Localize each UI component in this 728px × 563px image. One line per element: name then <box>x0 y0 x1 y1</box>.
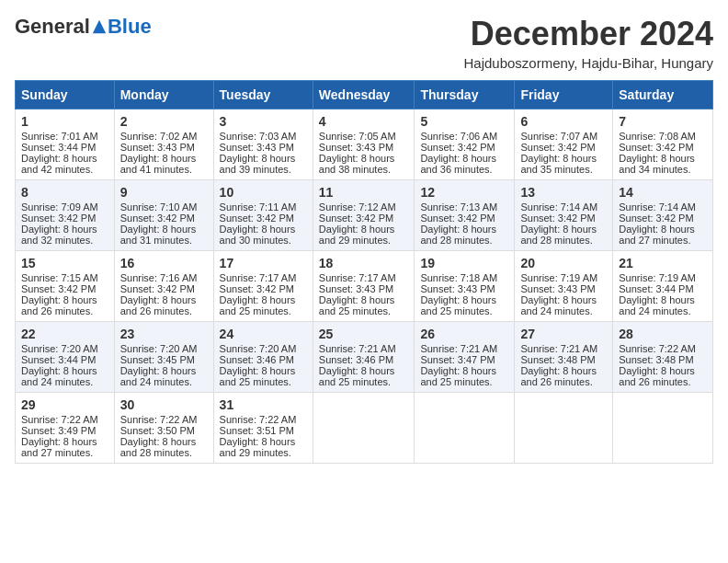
sunrise-text: Sunrise: 7:22 AM <box>120 414 198 425</box>
sunrise-text: Sunrise: 7:12 AM <box>319 201 396 213</box>
header-sunday: Sunday <box>16 81 115 109</box>
sunset-text: Sunset: 3:49 PM <box>21 425 96 436</box>
day-number: 1 <box>21 114 108 129</box>
day-number: 7 <box>619 114 707 129</box>
sunset-text: Sunset: 3:42 PM <box>120 283 195 294</box>
sunset-text: Sunset: 3:43 PM <box>120 142 195 153</box>
sunrise-text: Sunrise: 7:17 AM <box>220 272 297 283</box>
location-subtitle: Hajduboszormeny, Hajdu-Bihar, Hungary <box>463 55 713 71</box>
sunrise-text: Sunrise: 7:11 AM <box>220 201 297 213</box>
calendar-cell: 7Sunrise: 7:08 AMSunset: 3:42 PMDaylight… <box>613 109 713 180</box>
daylight-text: Daylight: 8 hours and 39 minutes. <box>220 153 296 175</box>
sunset-text: Sunset: 3:45 PM <box>120 354 195 365</box>
day-number: 3 <box>220 114 307 129</box>
title-block: December 2024 Hajduboszormeny, Hajdu-Bih… <box>463 15 713 71</box>
sunset-text: Sunset: 3:42 PM <box>619 213 693 224</box>
day-number: 4 <box>319 114 409 129</box>
calendar-header-row: SundayMondayTuesdayWednesdayThursdayFrid… <box>16 81 713 109</box>
daylight-text: Daylight: 8 hours and 29 minutes. <box>220 436 296 458</box>
header-tuesday: Tuesday <box>213 81 313 109</box>
sunrise-text: Sunrise: 7:21 AM <box>520 343 597 354</box>
svg-marker-0 <box>93 20 106 33</box>
logo-icon <box>91 18 108 35</box>
calendar-cell: 31Sunrise: 7:22 AMSunset: 3:51 PMDayligh… <box>213 393 313 464</box>
day-number: 30 <box>120 397 208 412</box>
calendar-week-2: 8Sunrise: 7:09 AMSunset: 3:42 PMDaylight… <box>16 180 713 251</box>
daylight-text: Daylight: 8 hours and 28 minutes. <box>420 224 496 246</box>
calendar-cell: 3Sunrise: 7:03 AMSunset: 3:43 PMDaylight… <box>213 109 313 180</box>
daylight-text: Daylight: 8 hours and 24 minutes. <box>21 365 97 387</box>
day-number: 13 <box>520 185 607 200</box>
calendar-cell: 2Sunrise: 7:02 AMSunset: 3:43 PMDaylight… <box>114 109 213 180</box>
sunrise-text: Sunrise: 7:19 AM <box>520 272 597 283</box>
sunrise-text: Sunrise: 7:20 AM <box>120 343 198 354</box>
sunrise-text: Sunrise: 7:18 AM <box>420 272 497 283</box>
sunrise-text: Sunrise: 7:13 AM <box>420 201 497 213</box>
sunrise-text: Sunrise: 7:16 AM <box>120 272 198 283</box>
calendar-cell: 1Sunrise: 7:01 AMSunset: 3:44 PMDaylight… <box>16 109 115 180</box>
calendar-cell: 8Sunrise: 7:09 AMSunset: 3:42 PMDaylight… <box>16 180 115 251</box>
daylight-text: Daylight: 8 hours and 28 minutes. <box>520 224 597 246</box>
daylight-text: Daylight: 8 hours and 36 minutes. <box>420 153 496 175</box>
daylight-text: Daylight: 8 hours and 25 minutes. <box>420 365 496 387</box>
calendar-cell: 25Sunrise: 7:21 AMSunset: 3:46 PMDayligh… <box>313 322 415 393</box>
daylight-text: Daylight: 8 hours and 31 minutes. <box>120 224 197 246</box>
day-number: 27 <box>520 327 607 341</box>
sunset-text: Sunset: 3:47 PM <box>420 354 495 365</box>
logo-blue: Blue <box>108 15 152 39</box>
daylight-text: Daylight: 8 hours and 27 minutes. <box>619 224 695 246</box>
calendar-week-1: 1Sunrise: 7:01 AMSunset: 3:44 PMDaylight… <box>16 109 713 180</box>
sunrise-text: Sunrise: 7:21 AM <box>420 343 497 354</box>
sunrise-text: Sunrise: 7:08 AM <box>619 131 696 142</box>
sunset-text: Sunset: 3:42 PM <box>21 213 96 224</box>
day-number: 29 <box>21 397 108 412</box>
header-thursday: Thursday <box>415 81 515 109</box>
calendar-cell: 28Sunrise: 7:22 AMSunset: 3:48 PMDayligh… <box>613 322 713 393</box>
calendar-cell: 16Sunrise: 7:16 AMSunset: 3:42 PMDayligh… <box>114 251 213 322</box>
calendar-cell: 9Sunrise: 7:10 AMSunset: 3:42 PMDaylight… <box>114 180 213 251</box>
header-wednesday: Wednesday <box>313 81 415 109</box>
sunset-text: Sunset: 3:42 PM <box>520 213 595 224</box>
day-number: 12 <box>420 185 508 200</box>
sunset-text: Sunset: 3:42 PM <box>420 142 495 153</box>
sunrise-text: Sunrise: 7:22 AM <box>220 414 297 425</box>
day-number: 18 <box>319 256 409 270</box>
day-number: 22 <box>21 327 108 341</box>
sunrise-text: Sunrise: 7:20 AM <box>21 343 98 354</box>
day-number: 8 <box>21 185 108 200</box>
sunset-text: Sunset: 3:44 PM <box>21 354 96 365</box>
day-number: 26 <box>420 327 508 341</box>
day-number: 9 <box>120 185 208 200</box>
calendar-cell: 15Sunrise: 7:15 AMSunset: 3:42 PMDayligh… <box>16 251 115 322</box>
daylight-text: Daylight: 8 hours and 27 minutes. <box>21 436 97 458</box>
calendar-cell: 27Sunrise: 7:21 AMSunset: 3:48 PMDayligh… <box>515 322 613 393</box>
daylight-text: Daylight: 8 hours and 30 minutes. <box>220 224 296 246</box>
daylight-text: Daylight: 8 hours and 26 minutes. <box>520 365 597 387</box>
daylight-text: Daylight: 8 hours and 25 minutes. <box>319 294 395 316</box>
day-number: 5 <box>420 114 508 129</box>
sunset-text: Sunset: 3:44 PM <box>21 142 96 153</box>
sunrise-text: Sunrise: 7:02 AM <box>120 131 198 142</box>
logo-general: General <box>15 15 90 39</box>
day-number: 15 <box>21 256 108 270</box>
sunrise-text: Sunrise: 7:10 AM <box>120 201 198 213</box>
header-monday: Monday <box>114 81 213 109</box>
sunset-text: Sunset: 3:42 PM <box>220 213 294 224</box>
calendar-cell: 26Sunrise: 7:21 AMSunset: 3:47 PMDayligh… <box>415 322 515 393</box>
daylight-text: Daylight: 8 hours and 25 minutes. <box>220 365 296 387</box>
calendar-cell: 24Sunrise: 7:20 AMSunset: 3:46 PMDayligh… <box>213 322 313 393</box>
sunset-text: Sunset: 3:46 PM <box>319 354 393 365</box>
day-number: 2 <box>120 114 208 129</box>
daylight-text: Daylight: 8 hours and 38 minutes. <box>319 153 395 175</box>
calendar-cell <box>613 393 713 464</box>
sunrise-text: Sunrise: 7:03 AM <box>220 131 297 142</box>
sunset-text: Sunset: 3:43 PM <box>319 283 393 294</box>
sunrise-text: Sunrise: 7:01 AM <box>21 131 98 142</box>
daylight-text: Daylight: 8 hours and 25 minutes. <box>319 365 395 387</box>
daylight-text: Daylight: 8 hours and 42 minutes. <box>21 153 97 175</box>
sunrise-text: Sunrise: 7:19 AM <box>619 272 696 283</box>
calendar-cell: 13Sunrise: 7:14 AMSunset: 3:42 PMDayligh… <box>515 180 613 251</box>
calendar-cell <box>313 393 415 464</box>
sunset-text: Sunset: 3:42 PM <box>21 283 96 294</box>
sunset-text: Sunset: 3:42 PM <box>319 213 393 224</box>
